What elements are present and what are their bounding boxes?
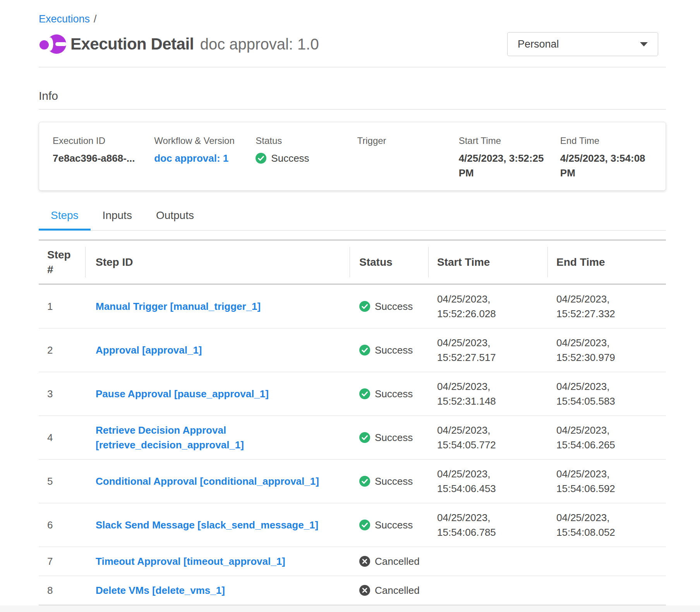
step-link-retrieve-decision-approval[interactable]: Retrieve Decision Approval [retrieve_dec… bbox=[96, 424, 244, 451]
end-time-value: 4/25/2023, 3:54:08 PM bbox=[560, 151, 649, 180]
workflow-brand-icon bbox=[39, 34, 68, 54]
info-field-status: Status Success bbox=[256, 135, 357, 180]
step-link-manual-trigger[interactable]: Manual Trigger [manual_trigger_1] bbox=[96, 301, 261, 312]
step-link-pause-approval[interactable]: Pause Approval [pause_approval_1] bbox=[96, 388, 269, 400]
step-number: 8 bbox=[39, 576, 85, 605]
tab-inputs[interactable]: Inputs bbox=[91, 200, 144, 231]
step-status: Success bbox=[375, 518, 413, 532]
steps-table-header-row: Step # Step ID Status Start Time End Tim… bbox=[39, 240, 666, 284]
cancelled-icon bbox=[359, 556, 370, 567]
trigger-label: Trigger bbox=[357, 135, 445, 146]
table-row-step-8: 8 Delete VMs [delete_vms_1] Cancelled bbox=[39, 576, 666, 605]
col-header-status: Status bbox=[350, 240, 428, 284]
step-start-time: 04/25/2023, 15:54:05.772 bbox=[428, 416, 547, 460]
step-link-slack-send-message[interactable]: Slack Send Message [slack_send_message_1… bbox=[96, 519, 318, 531]
step-start-time: 04/25/2023, 15:54:06.785 bbox=[428, 503, 547, 547]
table-row-step-5: 5 Conditional Approval [conditional_appr… bbox=[39, 460, 666, 503]
step-end-time bbox=[547, 547, 666, 576]
table-row-step-6: 6 Slack Send Message [slack_send_message… bbox=[39, 503, 666, 547]
step-number: 2 bbox=[39, 328, 85, 372]
step-end-time: 04/25/2023, 15:54:08.052 bbox=[547, 503, 666, 547]
col-header-step-id: Step ID bbox=[85, 240, 350, 284]
cancelled-icon bbox=[359, 585, 370, 596]
title-row: Execution Detail doc approval: 1.0 Perso… bbox=[39, 32, 666, 56]
info-field-start-time: Start Time 4/25/2023, 3:52:25 PM bbox=[459, 135, 560, 180]
success-icon bbox=[359, 388, 370, 399]
page-bottom-strip bbox=[0, 605, 700, 612]
col-header-end-time: End Time bbox=[547, 240, 666, 284]
breadcrumb-separator: / bbox=[94, 13, 97, 25]
page-subtitle: doc approval: 1.0 bbox=[200, 36, 319, 53]
step-number: 4 bbox=[39, 416, 85, 460]
col-header-start-time: Start Time bbox=[428, 240, 547, 284]
info-field-execution-id: Execution ID 7e8ac396-a868-... bbox=[53, 135, 154, 180]
step-status: Success bbox=[375, 343, 413, 357]
step-start-time: 04/25/2023, 15:52:26.028 bbox=[428, 284, 547, 328]
table-row-step-7: 7 Timeout Approval [timeout_approval_1] … bbox=[39, 547, 666, 576]
header-divider bbox=[39, 67, 666, 67]
step-link-conditional-approval[interactable]: Conditional Approval [conditional_approv… bbox=[96, 475, 319, 487]
info-section-title: Info bbox=[39, 89, 666, 103]
col-header-step-number: Step # bbox=[39, 240, 85, 284]
success-icon bbox=[256, 153, 266, 164]
workspace-dropdown[interactable]: Personal bbox=[507, 32, 658, 56]
step-link-delete-vms[interactable]: Delete VMs [delete_vms_1] bbox=[96, 585, 225, 596]
success-icon bbox=[359, 476, 370, 487]
step-status: Success bbox=[375, 430, 413, 445]
step-start-time: 04/25/2023, 15:52:27.517 bbox=[428, 328, 547, 372]
table-row-step-1: 1 Manual Trigger [manual_trigger_1] Succ… bbox=[39, 284, 666, 328]
status-value: Success bbox=[271, 151, 309, 166]
step-end-time: 04/25/2023, 15:54:05.583 bbox=[547, 372, 666, 416]
info-card: Execution ID 7e8ac396-a868-... Workflow … bbox=[39, 122, 666, 191]
tab-outputs[interactable]: Outputs bbox=[144, 200, 206, 231]
info-field-end-time: End Time 4/25/2023, 3:54:08 PM bbox=[560, 135, 662, 180]
step-start-time bbox=[428, 547, 547, 576]
execution-id-value: 7e8ac396-a868-... bbox=[53, 151, 141, 166]
page-title: Execution Detail bbox=[70, 35, 194, 53]
workflow-version-link[interactable]: doc approval: 1 bbox=[154, 152, 228, 164]
start-time-value: 4/25/2023, 3:52:25 PM bbox=[459, 151, 547, 180]
breadcrumb: Executions/ bbox=[39, 0, 666, 26]
workflow-version-label: Workflow & Version bbox=[154, 135, 242, 146]
step-status: Success bbox=[375, 474, 413, 489]
status-label: Status bbox=[256, 135, 344, 146]
success-icon bbox=[359, 301, 370, 312]
info-field-trigger: Trigger bbox=[357, 135, 458, 180]
step-end-time: 04/25/2023, 15:54:06.592 bbox=[547, 460, 666, 503]
step-status: Success bbox=[375, 299, 413, 314]
execution-id-label: Execution ID bbox=[53, 135, 141, 146]
success-icon bbox=[359, 432, 370, 443]
table-row-step-3: 3 Pause Approval [pause_approval_1] Succ… bbox=[39, 372, 666, 416]
step-status: Cancelled bbox=[375, 583, 420, 598]
step-status: Success bbox=[375, 386, 413, 401]
step-start-time: 04/25/2023, 15:54:06.453 bbox=[428, 460, 547, 503]
info-divider bbox=[39, 109, 666, 109]
step-start-time: 04/25/2023, 15:52:31.148 bbox=[428, 372, 547, 416]
step-number: 5 bbox=[39, 460, 85, 503]
tab-steps[interactable]: Steps bbox=[39, 200, 91, 231]
workspace-dropdown-value: Personal bbox=[518, 38, 559, 50]
step-link-approval[interactable]: Approval [approval_1] bbox=[96, 344, 202, 356]
end-time-label: End Time bbox=[560, 135, 649, 146]
step-end-time: 04/25/2023, 15:52:30.979 bbox=[547, 328, 666, 372]
step-start-time bbox=[428, 576, 547, 605]
steps-table: Step # Step ID Status Start Time End Tim… bbox=[39, 239, 666, 605]
step-status: Cancelled bbox=[375, 554, 420, 569]
step-number: 3 bbox=[39, 372, 85, 416]
detail-tabs: Steps Inputs Outputs bbox=[39, 200, 666, 231]
step-end-time bbox=[547, 576, 666, 605]
step-number: 1 bbox=[39, 284, 85, 328]
breadcrumb-link-executions[interactable]: Executions bbox=[39, 13, 90, 25]
chevron-down-icon bbox=[640, 42, 648, 46]
table-row-step-4: 4 Retrieve Decision Approval [retrieve_d… bbox=[39, 416, 666, 460]
step-end-time: 04/25/2023, 15:54:06.265 bbox=[547, 416, 666, 460]
start-time-label: Start Time bbox=[459, 135, 547, 146]
step-number: 6 bbox=[39, 503, 85, 547]
table-row-step-2: 2 Approval [approval_1] Success 04/25/20… bbox=[39, 328, 666, 372]
step-end-time: 04/25/2023, 15:52:27.332 bbox=[547, 284, 666, 328]
step-number: 7 bbox=[39, 547, 85, 576]
success-icon bbox=[359, 520, 370, 530]
success-icon bbox=[359, 345, 370, 356]
info-field-workflow-version: Workflow & Version doc approval: 1 bbox=[154, 135, 256, 180]
step-link-timeout-approval[interactable]: Timeout Approval [timeout_approval_1] bbox=[96, 556, 285, 567]
